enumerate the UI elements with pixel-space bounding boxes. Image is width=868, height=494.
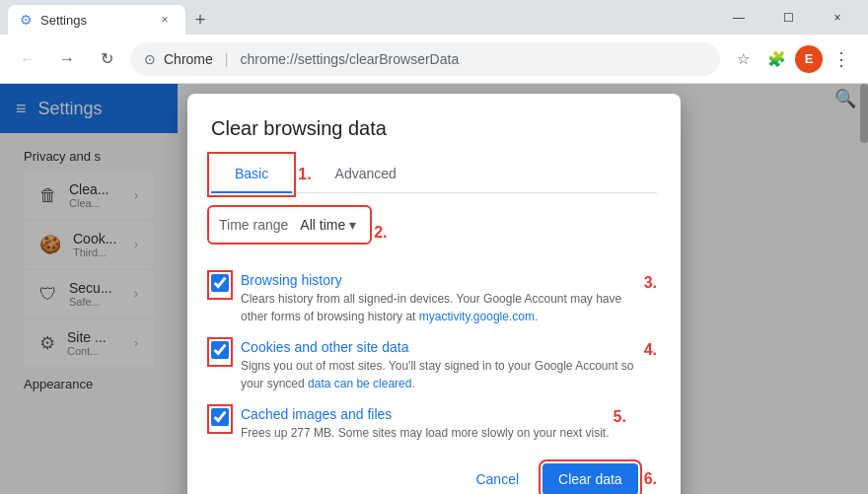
data-cleared-link[interactable]: data can be cleared xyxy=(308,377,411,390)
browsing-history-heading: Browsing history xyxy=(241,272,640,288)
dropdown-arrow-icon: ▾ xyxy=(349,217,356,233)
dialog-title: Clear browsing data xyxy=(211,117,657,140)
tab-basic[interactable]: Basic xyxy=(211,156,292,193)
tab-bar: ⚙ Settings × + xyxy=(8,0,215,35)
clear-btn-container: Clear data 6. xyxy=(542,463,657,494)
url-separator: | xyxy=(225,51,229,67)
marker-4: 4. xyxy=(644,341,657,359)
time-range-label: Time range xyxy=(219,217,288,233)
cached-heading: Cached images and files xyxy=(241,406,609,422)
cookies-text: Cookies and other site data Signs you ou… xyxy=(241,339,640,392)
time-range-value: All time xyxy=(300,217,345,233)
address-bar: ← → ↻ ⊙ Chrome | chrome://settings/clear… xyxy=(0,35,868,84)
clear-data-button[interactable]: Clear data xyxy=(542,463,638,494)
address-bar-icons: ☆ 🧩 E ⋮ xyxy=(728,44,856,74)
back-button[interactable]: ← xyxy=(12,43,43,75)
url-domain: Chrome xyxy=(164,51,213,67)
marker-3: 3. xyxy=(644,274,657,292)
extensions-button[interactable]: 🧩 xyxy=(761,44,791,74)
time-range-container: Time range All time ▾ 2. xyxy=(211,209,657,256)
dialog-footer: Cancel Clear data 6. xyxy=(211,463,657,494)
cached-text: Cached images and files Frees up 277 MB.… xyxy=(241,406,609,442)
tab-close-button[interactable]: × xyxy=(156,11,174,29)
browsing-history-checkbox-wrap[interactable] xyxy=(211,274,229,296)
site-security-icon: ⊙ xyxy=(144,51,156,67)
dialog-overlay: Clear browsing data Basic 1. Advanced Ti… xyxy=(0,84,868,494)
tab-advanced[interactable]: Advanced xyxy=(312,156,420,193)
time-range-dropdown[interactable]: All time ▾ xyxy=(296,215,360,235)
cookies-container: Cookies and other site data Signs you ou… xyxy=(211,339,657,406)
cookies-desc: Signs you out of most sites. You'll stay… xyxy=(241,357,640,392)
maximize-button[interactable]: ☐ xyxy=(765,3,811,33)
window-controls: — ☐ × xyxy=(716,3,860,33)
dialog-tabs: Basic 1. Advanced xyxy=(211,156,657,193)
browsing-history-checkbox[interactable] xyxy=(211,274,229,292)
settings-page: ≡ Settings Privacy and s 🗑 Clea... Clea.… xyxy=(0,84,868,494)
forward-button[interactable]: → xyxy=(51,43,83,75)
cookies-checkbox[interactable] xyxy=(211,341,229,359)
title-bar: ⚙ Settings × + — ☐ × xyxy=(0,0,868,35)
refresh-button[interactable]: ↻ xyxy=(91,43,122,75)
tab-title: Settings xyxy=(40,13,87,28)
marker-1: 1. xyxy=(298,166,311,183)
cancel-button[interactable]: Cancel xyxy=(460,463,535,494)
profile-button[interactable]: E xyxy=(795,45,823,73)
cached-row: Cached images and files Frees up 277 MB.… xyxy=(211,406,609,442)
marker-5: 5. xyxy=(613,408,625,426)
browsing-history-text: Browsing history Clears history from all… xyxy=(241,272,640,325)
active-tab[interactable]: ⚙ Settings × xyxy=(8,5,185,35)
minimize-button[interactable]: — xyxy=(716,3,761,33)
time-range-selector[interactable]: Time range All time ▾ xyxy=(211,209,368,241)
clear-browsing-data-dialog: Clear browsing data Basic 1. Advanced Ti… xyxy=(187,94,681,494)
cached-container: Cached images and files Frees up 277 MB.… xyxy=(211,406,657,456)
cookies-checkbox-wrap[interactable] xyxy=(211,341,229,363)
cookies-heading: Cookies and other site data xyxy=(241,339,640,355)
browsing-history-container: Browsing history Clears history from all… xyxy=(211,272,657,339)
browsing-history-desc: Clears history from all signed-in device… xyxy=(241,290,640,325)
marker-2: 2. xyxy=(374,224,387,242)
cookies-row: Cookies and other site data Signs you ou… xyxy=(211,339,640,392)
bookmark-button[interactable]: ☆ xyxy=(728,44,758,74)
marker-6: 6. xyxy=(644,470,657,488)
cached-checkbox[interactable] xyxy=(211,408,229,426)
chrome-menu-button[interactable]: ⋮ xyxy=(827,44,856,74)
myactivity-link[interactable]: myactivity.google.com xyxy=(419,310,535,323)
url-path: chrome://settings/clearBrowserData xyxy=(240,51,459,67)
close-button[interactable]: × xyxy=(815,3,860,33)
url-bar[interactable]: ⊙ Chrome | chrome://settings/clearBrowse… xyxy=(130,42,720,76)
new-tab-button[interactable]: + xyxy=(185,5,215,35)
cached-desc: Frees up 277 MB. Some sites may load mor… xyxy=(241,424,609,442)
tab-settings-icon: ⚙ xyxy=(20,12,33,28)
browsing-history-row: Browsing history Clears history from all… xyxy=(211,272,640,325)
cached-checkbox-wrap[interactable] xyxy=(211,408,229,430)
